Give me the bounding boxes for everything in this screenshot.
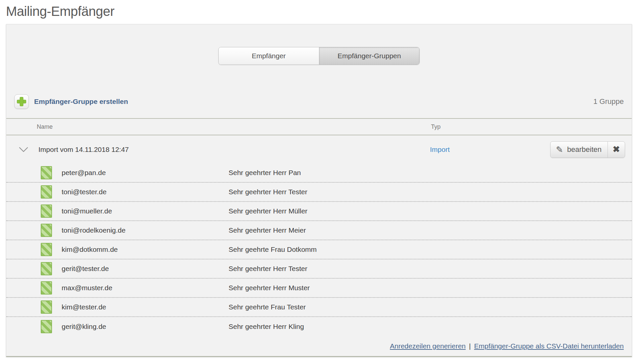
recipient-salutation: Sehr geehrter Herr Pan [229,169,301,177]
generate-salutations-link[interactable]: Anredezeilen generieren [390,342,466,350]
group-typ-link[interactable]: Import [430,146,450,154]
recipient-salutation: Sehr geehrter Herr Müller [229,207,307,215]
recipient-stripe-icon [41,166,52,179]
edit-group-label: bearbeiten [567,145,602,154]
recipient-email: gerit@tester.de [62,265,229,273]
recipient-email: gerit@kling.de [62,323,229,331]
group-name: Import vom 14.11.2018 12:47 [38,146,430,154]
table-header: Name Typ [6,118,632,135]
recipients-panel: Empfänger Empfänger-Gruppen Empfänger-Gr… [6,24,632,357]
column-header-name: Name [6,123,431,130]
column-header-typ: Typ [431,123,632,130]
recipient-row: toni@mueller.de Sehr geehrter Herr Mülle… [6,202,632,221]
create-group-row: Empfänger-Gruppe erstellen 1 Gruppe [6,93,632,110]
group-row: Import vom 14.11.2018 12:47 Import ✎ bea… [6,135,632,163]
recipient-row: toni@tester.de Sehr geehrter Herr Tester [6,183,632,202]
recipient-stripe-icon [41,320,52,333]
close-icon[interactable]: ✖ [608,142,625,158]
recipient-row: gerit@tester.de Sehr geehrter Herr Teste… [6,259,632,279]
tab-empfaenger-gruppen[interactable]: Empfänger-Gruppen [319,47,420,65]
recipient-salutation: Sehr geehrter Herr Kling [229,323,304,331]
recipient-stripe-icon [41,281,52,295]
footer-separator: | [469,342,471,350]
recipient-salutation: Sehr geehrter Herr Tester [229,188,307,196]
plus-icon[interactable] [14,94,29,109]
recipient-tabs: Empfänger Empfänger-Gruppen [218,47,420,65]
download-csv-link[interactable]: Empfänger-Gruppe als CSV-Datei herunterl… [474,342,624,350]
tab-empfaenger[interactable]: Empfänger [219,47,319,65]
recipient-stripe-icon [41,300,52,314]
recipient-stripe-icon [41,224,52,237]
recipient-row: peter@pan.de Sehr geehrter Herr Pan [6,163,632,183]
recipient-row: toni@rodelkoenig.de Sehr geehrter Herr M… [6,221,632,240]
recipient-row: gerit@kling.de Sehr geehrter Herr Kling [6,317,632,336]
recipient-salutation: Sehr geehrter Herr Meier [229,226,306,234]
page-title: Mailing-Empfänger [6,4,638,19]
recipient-email: kim@tester.de [62,303,229,311]
recipient-stripe-icon [41,205,52,218]
group-count-label: 1 Gruppe [593,97,624,106]
group-actions: ✎ bearbeiten ✖ [550,141,625,158]
chevron-down-icon[interactable] [19,147,28,153]
recipient-email: peter@pan.de [62,169,229,177]
recipient-stripe-icon [41,262,52,275]
create-group-link[interactable]: Empfänger-Gruppe erstellen [34,98,128,106]
recipient-email: toni@tester.de [62,188,229,196]
recipient-row: max@muster.de Sehr geehrter Herr Muster [6,279,632,298]
recipient-row: kim@tester.de Sehr geehrte Frau Tester [6,298,632,317]
recipient-email: kim@dotkomm.de [62,246,229,253]
recipient-email: toni@mueller.de [62,207,229,215]
recipient-salutation: Sehr geehrte Frau Tester [229,303,306,311]
recipient-stripe-icon [41,185,52,199]
edit-group-button[interactable]: ✎ bearbeiten [551,142,608,158]
recipient-salutation: Sehr geehrte Frau Dotkomm [229,246,317,253]
pencil-icon: ✎ [556,145,563,154]
recipient-salutation: Sehr geehrter Herr Tester [229,265,307,273]
recipient-row: kim@dotkomm.de Sehr geehrte Frau Dotkomm [6,240,632,259]
recipient-email: max@muster.de [62,284,229,292]
recipient-email: toni@rodelkoenig.de [62,226,229,234]
panel-footer: Anredezeilen generieren|Empfänger-Gruppe… [390,342,624,350]
recipient-salutation: Sehr geehrter Herr Muster [229,284,310,292]
recipient-stripe-icon [41,243,52,256]
recipient-list: peter@pan.de Sehr geehrter Herr Pan toni… [6,163,632,336]
